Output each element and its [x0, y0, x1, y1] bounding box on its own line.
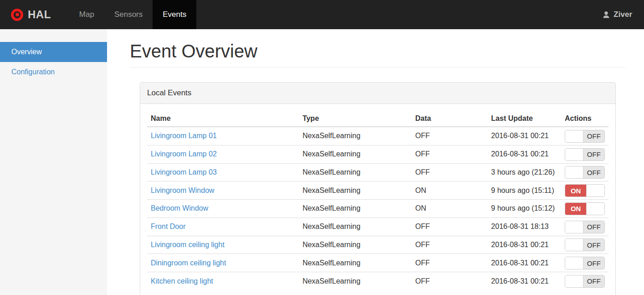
local-events-panel: Local Events Name Type Data Last Update … — [140, 82, 616, 295]
table-header-row: Name Type Data Last Update Actions — [147, 111, 608, 127]
table-row: Livingroom Lamp 01NexaSelfLearningOFF201… — [147, 127, 608, 145]
device-data: OFF — [412, 254, 488, 272]
device-type: NexaSelfLearning — [299, 127, 412, 145]
panel-title: Local Events — [140, 83, 615, 104]
toggle-switch[interactable]: ON — [565, 202, 605, 215]
header-actions: Actions — [561, 111, 608, 127]
events-table: Name Type Data Last Update Actions Livin… — [147, 111, 608, 290]
device-type: NexaSelfLearning — [299, 254, 412, 272]
switch-handle — [565, 149, 583, 160]
device-type: NexaSelfLearning — [299, 145, 412, 163]
device-link[interactable]: Front Door — [151, 223, 185, 230]
actions-cell: OFF — [561, 254, 608, 272]
last-update: 2016-08-31 00:21 — [487, 272, 561, 290]
table-row: Livingroom Lamp 02NexaSelfLearningOFF201… — [147, 145, 608, 163]
device-type: NexaSelfLearning — [299, 217, 412, 236]
toggle-switch[interactable]: OFF — [565, 130, 605, 143]
device-link[interactable]: Kitchen ceiling light — [151, 277, 213, 285]
switch-off-label: OFF — [583, 239, 604, 251]
switch-on-label: ON — [565, 203, 587, 215]
device-data: ON — [412, 200, 488, 218]
last-update: 9 hours ago (15:12) — [487, 200, 561, 218]
device-data: OFF — [412, 163, 488, 181]
actions-cell: ON — [561, 181, 608, 200]
device-data: OFF — [412, 217, 488, 236]
table-row: Livingroom ceiling lightNexaSelfLearning… — [147, 236, 608, 254]
switch-handle — [587, 203, 604, 215]
table-row: Bedroom WindowNexaSelfLearningON9 hours … — [147, 200, 608, 218]
toggle-switch[interactable]: OFF — [565, 257, 605, 269]
switch-handle — [565, 275, 583, 287]
device-data: OFF — [412, 127, 488, 145]
sidebar-item-configuration[interactable]: Configuration — [0, 62, 107, 82]
device-type: NexaSelfLearning — [299, 236, 412, 254]
device-data: OFF — [412, 145, 488, 163]
toggle-switch[interactable]: OFF — [565, 221, 605, 233]
table-row: Livingroom WindowNexaSelfLearningON9 hou… — [147, 181, 608, 200]
toggle-switch[interactable]: OFF — [565, 238, 605, 251]
sidebar: Overview Configuration — [0, 29, 107, 295]
page-title: Event Overview — [130, 41, 626, 67]
table-row: Front DoorNexaSelfLearningOFF2016-08-31 … — [147, 217, 608, 236]
toggle-switch[interactable]: ON — [565, 184, 605, 197]
device-link[interactable]: Livingroom ceiling light — [151, 241, 225, 248]
actions-cell: OFF — [561, 217, 608, 236]
toggle-switch[interactable]: OFF — [565, 148, 605, 161]
user-menu[interactable]: Ziver — [602, 0, 644, 29]
toggle-switch[interactable]: OFF — [565, 275, 605, 288]
switch-off-label: OFF — [583, 166, 604, 178]
actions-cell: OFF — [561, 145, 608, 163]
sidebar-item-overview[interactable]: Overview — [0, 42, 107, 62]
header-last-update: Last Update — [487, 111, 561, 127]
target-icon — [11, 9, 23, 21]
brand-title: HAL — [28, 8, 51, 21]
last-update: 2016-08-31 18:13 — [487, 217, 561, 236]
device-link[interactable]: Livingroom Lamp 03 — [151, 168, 217, 176]
switch-on-label: ON — [565, 185, 587, 197]
switch-handle — [587, 185, 604, 197]
nav-item-map[interactable]: Map — [69, 0, 104, 29]
header-data: Data — [412, 111, 488, 127]
last-update: 2016-08-31 00:21 — [487, 127, 561, 145]
switch-off-label: OFF — [583, 149, 604, 160]
switch-handle — [565, 130, 583, 142]
user-name: Ziver — [613, 10, 632, 19]
actions-cell: OFF — [561, 236, 608, 254]
table-row: Kitchen ceiling lightNexaSelfLearningOFF… — [147, 272, 608, 290]
switch-off-label: OFF — [583, 275, 604, 287]
actions-cell: OFF — [561, 272, 608, 290]
device-link[interactable]: Bedroom Window — [151, 204, 208, 212]
last-update: 2016-08-31 00:21 — [487, 145, 561, 163]
switch-handle — [565, 221, 583, 233]
toggle-switch[interactable]: OFF — [565, 166, 605, 179]
nav-item-events[interactable]: Events — [153, 0, 196, 29]
table-row: Diningroom ceiling lightNexaSelfLearning… — [147, 254, 608, 272]
actions-cell: OFF — [561, 127, 608, 145]
nav-item-sensors[interactable]: Sensors — [104, 0, 153, 29]
user-icon — [602, 10, 610, 19]
table-row: Livingroom Lamp 03NexaSelfLearningOFF3 h… — [147, 163, 608, 181]
device-link[interactable]: Livingroom Lamp 02 — [151, 150, 217, 158]
main-content: Event Overview Local Events Name Type Da… — [107, 41, 644, 295]
brand-logo[interactable]: HAL — [0, 0, 63, 29]
last-update: 2016-08-31 00:21 — [487, 254, 561, 272]
last-update: 9 hours ago (15:11) — [487, 181, 561, 200]
device-type: NexaSelfLearning — [299, 163, 412, 181]
actions-cell: ON — [561, 200, 608, 218]
last-update: 2016-08-31 00:21 — [487, 236, 561, 254]
device-data: OFF — [412, 236, 488, 254]
device-type: NexaSelfLearning — [299, 272, 412, 290]
device-type: NexaSelfLearning — [299, 181, 412, 200]
switch-handle — [565, 257, 583, 269]
header-name: Name — [147, 111, 299, 127]
device-link[interactable]: Diningroom ceiling light — [151, 259, 226, 267]
device-link[interactable]: Livingroom Lamp 01 — [151, 132, 217, 140]
device-link[interactable]: Livingroom Window — [151, 186, 215, 194]
main-nav: Map Sensors Events — [69, 0, 196, 29]
switch-handle — [565, 166, 583, 178]
last-update: 3 hours ago (21:26) — [487, 163, 561, 181]
top-navbar: HAL Map Sensors Events Ziver — [0, 0, 644, 29]
header-type: Type — [299, 111, 412, 127]
actions-cell: OFF — [561, 163, 608, 181]
switch-off-label: OFF — [583, 130, 604, 142]
